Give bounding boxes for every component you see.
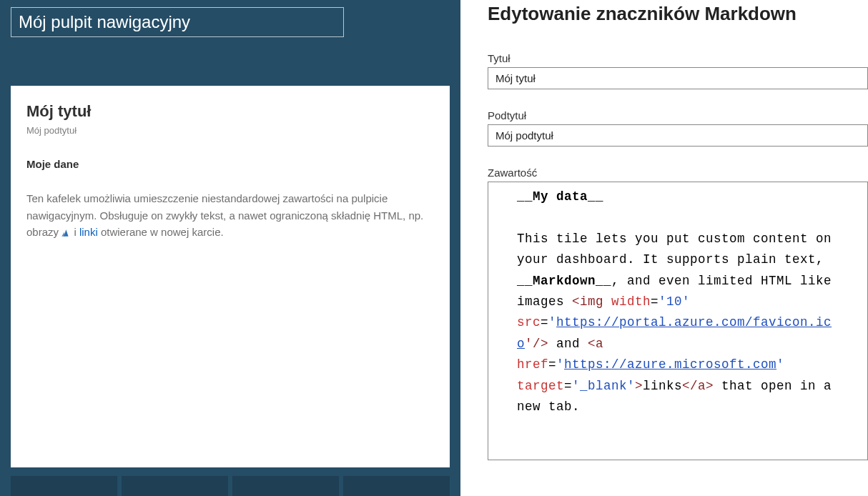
code-val-quote: ' <box>556 357 564 372</box>
code-tag-gt: > <box>635 379 643 393</box>
dashboard-bottom-shelf <box>11 467 450 496</box>
shelf-slot <box>232 476 339 496</box>
code-val-width: '10' <box>659 294 690 309</box>
content-code: __My data__ This tile lets you put custo… <box>488 187 867 417</box>
code-eq: = <box>541 315 548 329</box>
code-tag-img-open: <img <box>572 294 603 309</box>
content-field-label: Zawartość <box>488 167 868 179</box>
code-tag-a-close: </a> <box>682 379 714 393</box>
code-bold-2: __Markdown__ <box>517 274 611 288</box>
code-link-text: links <box>643 379 682 393</box>
code-text: and <box>548 337 588 351</box>
code-bold-1: __My data__ <box>517 189 603 204</box>
shelf-slot <box>11 476 117 496</box>
code-attr-target: target <box>517 379 564 393</box>
svg-marker-1 <box>61 232 64 237</box>
code-attr-width: width <box>603 294 651 309</box>
code-eq: = <box>651 294 659 309</box>
code-eq: = <box>564 379 572 393</box>
tile-body-text-2: i <box>74 226 79 238</box>
tile-body: Ten kafelek umożliwia umieszczenie niest… <box>26 190 427 242</box>
tile-section-head: Moje dane <box>26 157 434 172</box>
code-val-quote: ' <box>776 357 784 372</box>
dashboard-title: Mój pulpit nawigacyjny <box>19 12 190 31</box>
code-val-quote: ' <box>548 315 556 329</box>
code-attr-src: src <box>517 315 541 329</box>
subtitle-input[interactable] <box>488 124 868 147</box>
code-tag-a-open: <a <box>588 337 603 351</box>
dashboard-pane: Mój pulpit nawigacyjny Mój tytuł Mój pod… <box>0 0 460 496</box>
title-field-label: Tytuł <box>488 52 868 64</box>
subtitle-field-label: Podtytuł <box>488 109 868 121</box>
code-text: This tile lets you put custom content on… <box>517 232 832 267</box>
markdown-editor-pane: Edytowanie znaczników Markdown Tytuł Pod… <box>460 0 868 496</box>
code-attr-href: href <box>517 357 548 372</box>
shelf-slot <box>122 476 228 496</box>
code-eq: = <box>548 357 556 372</box>
dashboard-title-box[interactable]: Mój pulpit nawigacyjny <box>11 7 344 37</box>
tile-title: Mój tytuł <box>26 100 434 123</box>
content-textarea[interactable]: __My data__ This tile lets you put custo… <box>488 182 868 460</box>
shelf-slot <box>343 476 450 496</box>
title-input[interactable] <box>488 67 868 89</box>
panel-title: Edytowanie znaczników Markdown <box>488 3 868 25</box>
code-tag-img-close: '/> <box>525 337 548 351</box>
tile-subtitle: Mój podtytuł <box>26 124 434 138</box>
azure-logo-icon <box>61 225 71 242</box>
markdown-tile[interactable]: Mój tytuł Mój podtytuł Moje dane Ten kaf… <box>11 86 450 467</box>
code-val-target: '_blank' <box>572 379 635 393</box>
code-url-azure: https://azure.microsoft.com <box>564 357 776 372</box>
tile-body-link[interactable]: linki <box>79 226 98 238</box>
tile-body-text-3: otwierane w nowej karcie. <box>101 226 224 238</box>
